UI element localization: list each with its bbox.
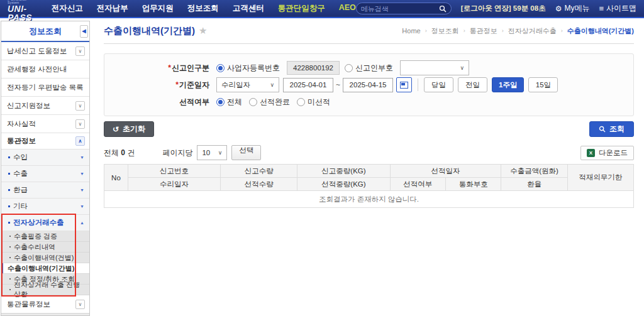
logout-extend-timer[interactable]: [로그아웃 연장] 59분 08초 — [461, 4, 546, 13]
breadcrumb-tonggwan-jeongbo[interactable]: 통관정보 — [470, 26, 497, 36]
menu-item-tonggwan-danil[interactable]: 통관단일창구 — [278, 3, 325, 14]
quick-range-yesterday-button[interactable]: 전일 — [458, 77, 487, 92]
biz-reg-number-field[interactable] — [287, 61, 340, 75]
sidebar-item-singo-jiwon[interactable]: 신고지원정보 ∨ — [1, 97, 89, 115]
menu-item-ejeonja-singo[interactable]: 전자신고 — [52, 3, 83, 14]
chevron-down-icon[interactable]: ∨ — [75, 101, 85, 111]
sitemap-link[interactable]: ≡ 사이트맵 — [599, 3, 636, 14]
sidebar-item-gwanse-haengjeong[interactable]: 관세행정 사전안내 — [1, 60, 89, 79]
menu-item-gogaek-center[interactable]: 고객센터 — [233, 3, 264, 14]
search-button[interactable]: 조회 — [589, 121, 634, 137]
sidebar-item-napse-singo[interactable]: 납세신고 도움정보 ∨ — [1, 42, 89, 60]
sidebar-item-jeonja-deunggi[interactable]: 전자등기 우편발송 목록 — [1, 79, 89, 97]
title-divider — [104, 43, 634, 44]
search-icon[interactable] — [439, 5, 447, 13]
sidebar-item-hwangeup[interactable]: 환급 ▼ — [1, 182, 89, 199]
arrow-down-icon: ▼ — [80, 204, 84, 209]
breadcrumb-home[interactable]: Home — [402, 27, 420, 35]
breadcrumb-separator: › — [561, 28, 563, 34]
sidebar-item-export-ihaeng-gigan[interactable]: 수출이행내역(기간별) — [1, 263, 89, 274]
breadcrumb-jeongbo-johoe[interactable]: 정보조회 — [431, 26, 459, 36]
col-header-shipment-status: 선적여부 — [390, 178, 445, 191]
date-to-field[interactable] — [343, 78, 393, 92]
menu-search-box[interactable] — [356, 3, 452, 14]
empty-result-message: 조회결과가 존재하지 않습니다. — [104, 191, 634, 208]
selected-indicator-bar — [1, 263, 3, 273]
top-navigation-bar: Korea Customs e-Clearance System UNI-PAS… — [0, 0, 644, 18]
sidebar-item-suchul[interactable]: 수출 ▼ — [1, 166, 89, 182]
shipment-complete-radio[interactable]: 선적완료 — [249, 97, 290, 107]
sidebar-item-tonggwan-jeongbo[interactable]: 통관정보 ∧ — [1, 133, 89, 150]
menu-item-eopmu-jiwon[interactable]: 업무지원 — [142, 3, 174, 14]
favorite-star-icon[interactable]: ★ — [199, 25, 207, 36]
bullet-icon — [9, 246, 11, 248]
declarant-code-select[interactable]: ∨ — [400, 60, 469, 75]
col-header-declared-qty: 신고수량 — [221, 165, 297, 178]
declarant-code-radio[interactable]: 신고인부호 — [345, 63, 393, 74]
radio-circle-icon — [345, 64, 353, 72]
sidebar-item-gita[interactable]: 기타 ▼ — [1, 199, 89, 215]
chevron-down-icon[interactable]: ∨ — [75, 46, 85, 56]
menu-item-jeongbo-johoe[interactable]: 정보조회 — [187, 3, 219, 14]
sidebar-item-ecommerce-export[interactable]: 전자상거래수출 ▲ — [1, 215, 89, 231]
page-title: 수출이행내역(기간별) — [104, 25, 195, 37]
chevron-up-icon[interactable]: ∧ — [75, 136, 85, 146]
per-page-label: 페이지당 — [162, 148, 192, 158]
hamburger-icon: ≡ — [599, 4, 604, 13]
total-count-text: 전체 0 건 — [104, 148, 135, 158]
shipment-not-radio[interactable]: 미선적 — [297, 97, 330, 107]
sidebar-item-ecommerce-progress[interactable]: 전자상거래 수출 진행상황 — [1, 285, 89, 295]
bullet-icon — [9, 236, 11, 237]
sidebar-item-export-ihaeng-geonbyeol[interactable]: 수출이행내역(건별) — [1, 253, 89, 263]
breadcrumb-ecommerce-export[interactable]: 전자상거래수출 — [508, 26, 557, 36]
quick-range-1week-button[interactable]: 1주일 — [492, 77, 524, 92]
col-header-declaration-no: 신고번호 — [128, 165, 220, 178]
sidebar-item-export-suri[interactable]: 수출수리내역 — [1, 242, 89, 253]
date-type-select[interactable]: 수리일자 ∨ — [216, 77, 279, 92]
calendar-icon[interactable] — [396, 77, 412, 92]
topbar-right-group: [로그아웃 연장] 59분 08초 ⚙ My메뉴 ≡ 사이트맵 — [356, 3, 636, 14]
radio-circle-icon — [216, 64, 225, 72]
breadcrumb-separator: › — [464, 28, 465, 34]
sidebar-item-export-cert-verify[interactable]: 수출필증 검증 — [1, 231, 89, 242]
col-header-loading-deadline: 적재의무기한 — [567, 165, 633, 191]
reset-button[interactable]: ↺ 초기화 — [104, 121, 154, 137]
reset-icon: ↺ — [113, 125, 119, 134]
unipass-logo[interactable]: Korea Customs e-Clearance System UNI-PAS… — [8, 0, 35, 22]
menu-item-aeo[interactable]: AEO — [339, 3, 356, 14]
radio-circle-icon — [216, 98, 225, 106]
shipment-all-radio[interactable]: 전체 — [216, 97, 242, 107]
radio-circle-icon — [297, 98, 305, 106]
bullet-icon — [9, 278, 11, 280]
gear-icon: ⚙ — [555, 4, 562, 13]
download-button[interactable]: X 다운로드 — [580, 146, 634, 160]
menu-search-input[interactable] — [361, 5, 431, 13]
menu-item-ejeonja-nabbu[interactable]: 전자납부 — [97, 3, 128, 14]
my-menu-link[interactable]: ⚙ My메뉴 — [555, 3, 590, 14]
declarant-type-label: 신고인구분 — [104, 63, 216, 74]
bullet-icon — [8, 173, 10, 175]
col-header-shipped-weight: 선적중량(KG) — [297, 178, 390, 191]
select-button[interactable]: 선택 — [231, 145, 261, 160]
quick-range-15days-button[interactable]: 15일 — [528, 77, 558, 92]
date-from-field[interactable] — [283, 78, 333, 92]
bullet-icon — [8, 189, 10, 191]
sidebar-item-jasa-siljeok[interactable]: 자사실적 ∨ — [1, 115, 89, 133]
shipment-status-label: 선적여부 — [104, 97, 216, 107]
quick-range-today-button[interactable]: 당일 — [424, 77, 453, 92]
col-header-exchange-rate: 환율 — [501, 178, 567, 191]
breadcrumb-separator: › — [425, 28, 427, 34]
bullet-icon — [8, 156, 10, 158]
col-header-no: No — [104, 165, 128, 191]
arrow-down-icon: ▼ — [80, 172, 84, 176]
breadcrumb: Home › 정보조회 › 통관정보 › 전자상거래수출 › 수출이행내역(기간… — [402, 26, 634, 36]
sidebar-partial-row — [1, 313, 89, 316]
search-criteria-panel: 신고인구분 사업자등록번호 신고인부호 ∨ 기준일자 수리일자 — [104, 53, 634, 116]
sidebar-collapse-button[interactable]: ◀ — [80, 25, 88, 38]
biz-reg-number-radio[interactable]: 사업자등록번호 — [216, 63, 280, 74]
per-page-select[interactable]: 10 ∨ — [197, 145, 227, 160]
chevron-down-icon[interactable]: ∨ — [75, 300, 85, 309]
bullet-icon — [9, 289, 11, 290]
chevron-down-icon[interactable]: ∨ — [75, 119, 85, 129]
sidebar-item-suip[interactable]: 수입 ▼ — [1, 150, 89, 166]
